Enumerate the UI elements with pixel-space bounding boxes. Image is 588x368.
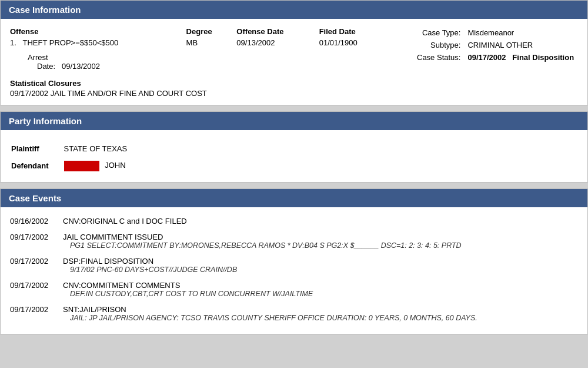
offense-1-degree: MB — [186, 37, 237, 48]
subtype-value: CRIMINAL OTHER — [465, 39, 576, 51]
case-type-row: Case Type: Misdemeanor — [415, 27, 576, 38]
party-information-header: Party Information — [1, 112, 587, 130]
defendant-label: Defendant — [11, 158, 63, 174]
subtype-label: Subtype: — [415, 39, 464, 51]
event-date: 09/17/2002 — [10, 303, 63, 323]
defendant-value: JOHN — [64, 158, 128, 174]
offense-col-header: Offense — [10, 26, 186, 37]
subtype-row: Subtype: CRIMINAL OTHER — [415, 39, 576, 51]
case-status-date: 09/17/2002 — [467, 53, 506, 62]
case-information-title: Case Information — [9, 5, 81, 15]
offense-1-label: THEFT PROP>=$$50<$500 — [22, 38, 118, 47]
case-events-title: Case Events — [9, 193, 61, 203]
case-information-header: Case Information — [1, 1, 587, 19]
offense-1-name: 1. THEFT PROP>=$$50<$500 — [10, 37, 186, 48]
event-row: 09/17/2002CNV:COMMITMENT COMMENTSDEF.IN … — [10, 279, 578, 299]
events-tbody: 09/16/2002CNV:ORIGINAL C and I DOC FILED… — [10, 214, 578, 327]
case-status-label: Case Status: — [415, 52, 464, 63]
case-status-text: Final Disposition — [512, 53, 574, 62]
case-info-right: Case Type: Misdemeanor Subtype: CRIMINAL… — [402, 26, 578, 98]
case-events-section: Case Events 09/16/2002CNV:ORIGINAL C and… — [0, 188, 588, 334]
case-events-body: 09/16/2002CNV:ORIGINAL C and I DOC FILED… — [1, 207, 587, 334]
arrest-label: Arrest — [28, 53, 48, 62]
event-detail-text: PG1 SELECT:COMMITMENT BY:MORONES,REBECCA… — [63, 241, 573, 250]
party-table: Plaintiff STATE OF TEXAS Defendant JOHN — [10, 140, 128, 175]
plaintiff-value: STATE OF TEXAS — [64, 141, 128, 157]
plaintiff-label: Plaintiff — [11, 141, 63, 157]
event-description: DSP:FINAL DISPOSITION9/17/02 PNC-60 DAYS… — [63, 254, 578, 275]
event-date: 09/17/2002 — [10, 279, 63, 299]
defendant-first-name: JOHN — [105, 161, 125, 170]
offense-1-offense-date: 09/13/2002 — [236, 37, 319, 48]
event-description: JAIL COMMITMENT ISSUEDPG1 SELECT:COMMITM… — [63, 230, 578, 251]
case-events-header: Case Events — [1, 189, 587, 207]
events-table: 09/16/2002CNV:ORIGINAL C and I DOC FILED… — [10, 214, 578, 327]
case-info-left: Offense Degree Offense Date Filed Date 1… — [10, 26, 402, 98]
party-information-title: Party Information — [9, 116, 82, 126]
stat-closures-entry: 09/17/2002 JAIL TIME AND/OR FINE AND COU… — [10, 89, 402, 98]
defendant-row: Defendant JOHN — [11, 158, 127, 174]
case-info-grid: Offense Degree Offense Date Filed Date 1… — [10, 26, 578, 98]
offense-date-col-header: Offense Date — [236, 26, 319, 37]
event-main-text: JAIL COMMITMENT ISSUED — [63, 233, 163, 241]
event-row: 09/17/2002DSP:FINAL DISPOSITION9/17/02 P… — [10, 254, 578, 275]
event-row: 09/17/2002JAIL COMMITMENT ISSUEDPG1 SELE… — [10, 230, 578, 251]
party-information-section: Party Information Plaintiff STATE OF TEX… — [0, 111, 588, 183]
event-main-text: CNV:COMMITMENT COMMENTS — [63, 281, 180, 290]
offense-table: Offense Degree Offense Date Filed Date 1… — [10, 26, 402, 48]
offense-1-filed-date: 01/01/1900 — [319, 37, 402, 48]
offense-row-1: 1. THEFT PROP>=$$50<$500 MB 09/13/2002 0… — [10, 37, 402, 48]
event-date: 09/16/2002 — [10, 214, 63, 227]
event-date: 09/17/2002 — [10, 254, 63, 275]
offense-1-num: 1. — [10, 38, 16, 47]
party-information-body: Plaintiff STATE OF TEXAS Defendant JOHN — [1, 130, 587, 182]
event-spacer-row — [10, 323, 578, 327]
statistical-closures: Statistical Closures 09/17/2002 JAIL TIM… — [10, 79, 402, 98]
case-status-value: 09/17/2002 Final Disposition — [465, 52, 576, 63]
event-row: 09/17/2002SNT:JAIL/PRISONJAIL: JP JAIL/P… — [10, 303, 578, 323]
case-information-section: Case Information Offense Degree Offense … — [0, 0, 588, 105]
event-detail-text: JAIL: JP JAIL/PRISON AGENCY: TCSO TRAVIS… — [63, 314, 573, 322]
arrest-date-label: Date: — [28, 62, 55, 71]
event-main-text: CNV:ORIGINAL C and I DOC FILED — [63, 217, 187, 226]
event-date: 09/17/2002 — [10, 230, 63, 251]
case-type-value: Misdemeanor — [465, 27, 576, 38]
plaintiff-row: Plaintiff STATE OF TEXAS — [11, 141, 127, 157]
filed-date-col-header: Filed Date — [319, 26, 402, 37]
stat-closures-title: Statistical Closures — [10, 79, 402, 88]
case-right-table: Case Type: Misdemeanor Subtype: CRIMINAL… — [413, 26, 577, 64]
arrest-row: Arrest Date: 09/13/2002 — [10, 53, 402, 71]
event-detail-text: DEF.IN CUSTODY,CBT,CRT COST TO RUN CONCU… — [63, 290, 573, 298]
event-detail-text: 9/17/02 PNC-60 DAYS+COST//JUDGE CRAIN//D… — [63, 266, 573, 274]
event-description: CNV:COMMITMENT COMMENTSDEF.IN CUSTODY,CB… — [63, 279, 578, 299]
redacted-name-bar — [64, 161, 99, 171]
case-type-label: Case Type: — [415, 27, 464, 38]
event-main-text: DSP:FINAL DISPOSITION — [63, 257, 153, 266]
event-row: 09/16/2002CNV:ORIGINAL C and I DOC FILED — [10, 214, 578, 227]
degree-col-header: Degree — [186, 26, 237, 37]
event-description: CNV:ORIGINAL C and I DOC FILED — [63, 214, 578, 227]
event-main-text: SNT:JAIL/PRISON — [63, 305, 126, 314]
case-information-body: Offense Degree Offense Date Filed Date 1… — [1, 19, 587, 105]
arrest-date-value: 09/13/2002 — [62, 62, 100, 71]
case-status-row: Case Status: 09/17/2002 Final Dispositio… — [415, 52, 576, 63]
event-description: SNT:JAIL/PRISONJAIL: JP JAIL/PRISON AGEN… — [63, 303, 578, 323]
